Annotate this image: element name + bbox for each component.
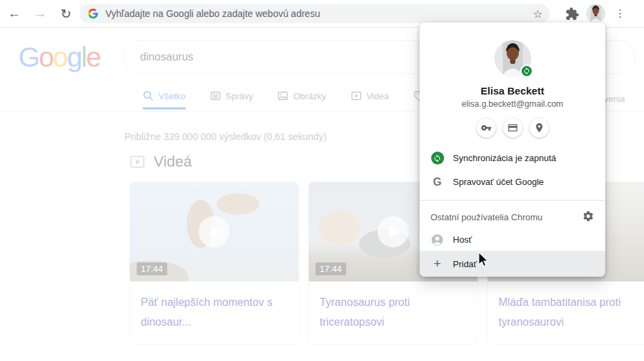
plus-icon: + — [433, 257, 441, 271]
play-icon — [377, 216, 409, 247]
extensions-puzzle-icon[interactable] — [565, 7, 579, 21]
profile-email: elisa.g.beckett@gmail.com — [420, 99, 605, 109]
sync-badge-icon — [520, 65, 533, 78]
sync-status-item[interactable]: Synchronizácia je zapnutá — [420, 146, 605, 170]
results-stats: Približne 339 000 000 výsledkov (0,61 se… — [124, 131, 326, 142]
google-g-icon — [88, 8, 99, 19]
gear-icon — [582, 210, 594, 222]
video-duration: 17:44 — [137, 262, 167, 275]
location-pin-icon — [534, 122, 545, 133]
back-button[interactable]: ← — [3, 2, 26, 25]
manage-google-account-item[interactable]: G Spravovať účet Google — [420, 170, 605, 194]
manage-people-button[interactable] — [582, 210, 594, 224]
mouse-cursor — [477, 252, 490, 268]
browser-menu-icon[interactable]: ⋮ — [614, 5, 626, 22]
profile-menu-header: Elisa Beckett elisa.g.beckett@gmail.com — [420, 22, 605, 138]
settings-link-partial[interactable]: venia — [604, 94, 625, 104]
address-bar[interactable]: Vyhľadajte na Googli alebo zadajte webov… — [80, 4, 549, 23]
video-title[interactable]: Päť najlepších momentov s dinosaur... — [130, 281, 299, 344]
profile-avatar-button[interactable] — [586, 4, 605, 23]
profile-name: Elisa Beckett — [420, 85, 605, 97]
google-g-gray-icon: G — [433, 176, 441, 188]
tab-news[interactable]: Správy — [210, 90, 253, 109]
bookmark-star-icon[interactable]: ☆ — [533, 7, 543, 20]
sync-on-icon — [431, 152, 444, 165]
search-query-text: dinosaurus — [140, 51, 193, 63]
guest-item[interactable]: Hosť — [420, 228, 605, 252]
news-icon — [210, 90, 221, 101]
addresses-button[interactable] — [529, 118, 549, 138]
search-tabs: Všetko Správy Obrázky Videá — [143, 90, 429, 109]
google-logo: Google — [18, 41, 100, 73]
key-icon — [481, 122, 492, 133]
video-duration: 17:44 — [316, 262, 346, 275]
tab-all[interactable]: Všetko — [143, 90, 186, 109]
payments-button[interactable] — [503, 118, 523, 138]
video-title[interactable]: Tyranosaurus proti triceratopsovi — [309, 281, 477, 344]
reload-button[interactable]: ↻ — [54, 2, 78, 25]
guest-person-icon — [430, 233, 444, 247]
videos-section-heading: Videá — [130, 153, 192, 171]
profile-shortcuts — [420, 118, 605, 138]
tab-videos[interactable]: Videá — [351, 90, 389, 109]
address-bar-placeholder: Vyhľadajte na Googli alebo zadajte webov… — [105, 8, 533, 19]
videos-heading-icon — [130, 154, 145, 169]
video-thumbnail[interactable]: 17:44 — [130, 182, 299, 281]
other-users-section: Ostatní používatelia Chromu — [420, 207, 605, 228]
forward-button[interactable]: → — [29, 2, 52, 25]
image-icon — [277, 90, 288, 101]
payment-card-icon — [507, 122, 518, 133]
menu-divider — [420, 200, 605, 201]
passwords-button[interactable] — [476, 118, 496, 138]
tab-images[interactable]: Obrázky — [277, 90, 326, 109]
add-person-item[interactable]: + Pridať — [420, 251, 605, 277]
search-icon — [143, 90, 154, 101]
video-icon — [351, 90, 362, 101]
video-title[interactable]: Mláďa tambatitanisa proti tyranosaurovi — [488, 281, 644, 344]
video-card[interactable]: 17:44 Päť najlepších momentov s dinosaur… — [129, 182, 299, 345]
play-icon — [199, 216, 230, 247]
profile-menu: Elisa Beckett elisa.g.beckett@gmail.com … — [420, 22, 605, 277]
